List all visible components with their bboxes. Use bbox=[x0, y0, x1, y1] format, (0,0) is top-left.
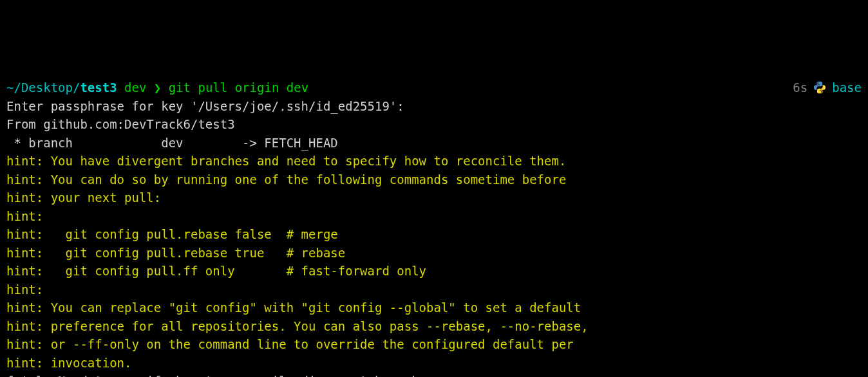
prompt-branch: dev bbox=[124, 80, 146, 95]
hint-line: hint: or --ff-only on the command line t… bbox=[6, 335, 862, 354]
hint-line: hint: You have divergent branches and ne… bbox=[6, 152, 862, 170]
hint-line: hint: invocation. bbox=[6, 354, 862, 372]
prompt-right: 6sbase bbox=[793, 78, 862, 97]
hint-line: hint: bbox=[6, 280, 862, 299]
prompt-dir: test3 bbox=[80, 80, 117, 95]
output-passphrase: Enter passphrase for key '/Users/joe/.ss… bbox=[6, 97, 862, 116]
hint-line: hint: git config pull.rebase true # reba… bbox=[6, 244, 862, 262]
conda-env: base bbox=[832, 78, 862, 97]
prompt-command: git pull origin dev bbox=[169, 80, 308, 95]
output-branch-fetch: * branch dev -> FETCH_HEAD bbox=[6, 134, 862, 152]
hint-line: hint: bbox=[6, 207, 862, 226]
fatal-line: fatal: Need to specify how to reconcile … bbox=[6, 372, 862, 377]
prompt-separator: ❯ bbox=[154, 80, 161, 95]
prompt-line[interactable]: ~/Desktop/test3 dev ❯ git pull origin de… bbox=[6, 78, 862, 97]
hint-line: hint: git config pull.ff only # fast-for… bbox=[6, 262, 862, 280]
python-snake-icon bbox=[813, 80, 827, 95]
hint-line: hint: your next pull: bbox=[6, 188, 862, 207]
hint-line: hint: preference for all repositories. Y… bbox=[6, 317, 862, 336]
hint-line: hint: You can replace "git config" with … bbox=[6, 299, 862, 317]
output-from: From github.com:DevTrack6/test3 bbox=[6, 115, 862, 134]
prompt-path-prefix: ~/Desktop/ bbox=[6, 80, 80, 95]
hint-line: hint: git config pull.rebase false # mer… bbox=[6, 225, 862, 244]
hint-line: hint: You can do so by running one of th… bbox=[6, 170, 862, 189]
prompt-left: ~/Desktop/test3 dev ❯ git pull origin de… bbox=[6, 78, 308, 97]
elapsed-time: 6s bbox=[793, 78, 807, 97]
